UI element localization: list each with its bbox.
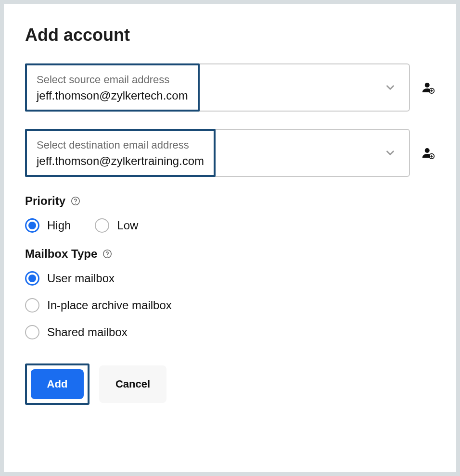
add-button-highlight: Add (25, 363, 89, 405)
mailbox-archive-label: In-place archive mailbox (47, 299, 172, 312)
radio-icon (25, 218, 39, 233)
priority-low-radio[interactable]: Low (95, 218, 138, 233)
mailbox-type-label: Mailbox Type (25, 247, 97, 261)
chevron-down-icon[interactable] (384, 81, 409, 94)
destination-email-select[interactable]: Select destination email address jeff.th… (25, 129, 410, 177)
priority-label: Priority (25, 194, 65, 208)
chevron-down-icon[interactable] (384, 147, 409, 159)
destination-email-label: Select destination email address (37, 139, 204, 151)
mailbox-user-label: User mailbox (47, 272, 115, 285)
mailbox-shared-label: Shared mailbox (47, 326, 128, 339)
add-person-icon[interactable] (421, 146, 435, 160)
add-person-icon[interactable] (421, 80, 435, 95)
help-icon[interactable] (70, 196, 81, 206)
priority-high-radio[interactable]: High (25, 218, 71, 233)
source-email-select[interactable]: Select source email address jeff.thomson… (25, 63, 410, 112)
source-email-label: Select source email address (37, 74, 188, 86)
mailbox-type-radio-group: User mailbox In-place archive mailbox Sh… (25, 271, 435, 339)
priority-high-label: High (47, 219, 71, 232)
add-account-panel: Add account Select source email address … (4, 4, 456, 472)
page-title: Add account (25, 25, 435, 45)
help-icon[interactable] (102, 249, 113, 259)
priority-radio-group: High Low (25, 218, 435, 233)
cancel-button[interactable]: Cancel (99, 365, 166, 403)
priority-low-label: Low (117, 219, 138, 232)
add-button[interactable]: Add (31, 369, 84, 399)
source-email-value: jeff.thomson@zylkertech.com (37, 89, 188, 102)
radio-icon (25, 271, 39, 286)
radio-icon (95, 218, 109, 233)
mailbox-user-radio[interactable]: User mailbox (25, 271, 435, 286)
destination-email-value: jeff.thomson@zylkertraining.com (37, 154, 204, 168)
radio-icon (25, 298, 39, 313)
mailbox-shared-radio[interactable]: Shared mailbox (25, 325, 435, 339)
svg-point-9 (107, 256, 108, 257)
mailbox-archive-radio[interactable]: In-place archive mailbox (25, 298, 435, 313)
radio-icon (25, 325, 39, 339)
svg-point-7 (75, 203, 76, 204)
